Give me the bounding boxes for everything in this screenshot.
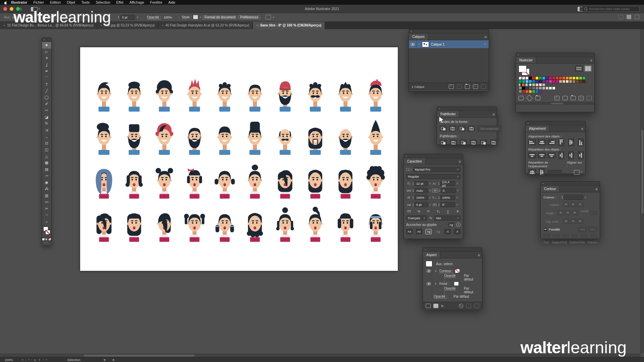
avatar-side-cover[interactable] [150, 206, 179, 243]
tool-artboard[interactable]: ▭ [42, 199, 51, 205]
close-icon[interactable]: × [518, 53, 519, 56]
swatch[interactable] [525, 76, 529, 80]
avatar-low-pigtails[interactable] [210, 206, 239, 243]
swatch[interactable] [576, 76, 579, 80]
swatch[interactable] [552, 86, 555, 90]
panel-menu-icon[interactable]: ≡ [476, 252, 482, 258]
fill-label[interactable]: Fond : [439, 282, 449, 286]
avatar-flattop-beard[interactable] [120, 119, 149, 157]
swatch[interactable] [519, 80, 522, 83]
opacity-value[interactable]: 100% [162, 15, 177, 20]
swatch[interactable] [535, 86, 539, 90]
tab-aspect[interactable]: Aspect [423, 252, 440, 258]
dash-value-field[interactable] [553, 234, 560, 239]
delete-swatch-icon[interactable] [587, 96, 592, 100]
char-superscript-button[interactable]: T¹ [426, 209, 431, 214]
document-tab-3[interactable]: ×40 Flat Design Hairstyles AI.ai @ 53,23… [158, 21, 253, 29]
snap-proximity-button[interactable]: Ag [435, 229, 441, 234]
expand-chevron-icon[interactable]: › [417, 43, 422, 46]
baseline-shift-field[interactable]: 0 pt [415, 202, 428, 207]
swatch[interactable] [525, 90, 529, 93]
pathfinder-merge-icon[interactable] [460, 140, 467, 145]
avatar-spiky[interactable] [331, 76, 360, 114]
swatch[interactable] [566, 76, 569, 80]
target-circle-icon[interactable]: ○ [484, 43, 486, 46]
pathfinder-outline-icon[interactable] [480, 140, 487, 145]
swatch[interactable] [525, 86, 529, 90]
swatch[interactable] [535, 90, 539, 93]
avatar-swept-beard[interactable] [180, 119, 209, 157]
stroke-weight-field[interactable]: 5 pt [120, 15, 135, 20]
rotation-stepper[interactable]: ▴▾ [438, 203, 439, 206]
tool-scale[interactable]: ⇲ [42, 127, 51, 134]
horizontal-scale-field[interactable]: 100% [440, 195, 455, 200]
dash-value-field[interactable] [571, 234, 578, 239]
align-horizontal-c-icon[interactable] [538, 139, 546, 145]
avatar-mohawk-red[interactable] [180, 76, 209, 114]
tool-blend[interactable]: ◉ [42, 179, 51, 186]
avatar-cone[interactable] [361, 119, 390, 157]
align-horizontal-l-icon[interactable] [528, 139, 536, 145]
new-sublayer-icon[interactable] [465, 84, 470, 89]
close-icon[interactable]: × [425, 248, 426, 251]
panel-menu-icon[interactable]: ≡ [594, 186, 600, 192]
expand-button[interactable]: Décomposer [477, 125, 501, 132]
swatch[interactable] [522, 76, 525, 80]
pathfinder-divide-icon[interactable] [440, 140, 447, 145]
swatch[interactable] [532, 80, 535, 83]
close-tab-icon[interactable]: × [162, 24, 163, 27]
avatar-long-fu[interactable] [301, 119, 330, 157]
tool-width[interactable]: ↔ [42, 133, 51, 140]
tool-eraser[interactable]: ◪ [42, 114, 51, 121]
swatch[interactable] [539, 80, 542, 83]
kerning-stepper[interactable]: ▴▾ [413, 189, 414, 192]
font-family-field[interactable]: Myriad Pro∨ [413, 167, 461, 172]
align-center-icon[interactable] [563, 219, 569, 224]
gradient-button[interactable] [45, 238, 48, 241]
tool-direct-selection[interactable]: ▷ [42, 49, 51, 55]
swatch-kinds-icon[interactable] [526, 95, 533, 102]
avatar-curl-ends[interactable] [240, 206, 269, 243]
menu-affichage[interactable]: Affichage [126, 0, 147, 4]
align-inside-icon[interactable] [570, 219, 576, 224]
home-icon[interactable]: ⌂ [19, 6, 22, 11]
stroke-swatch[interactable] [455, 269, 460, 273]
menu-slection[interactable]: Sélection [93, 0, 113, 4]
grid-icon[interactable] [619, 15, 623, 19]
close-icon[interactable]: × [411, 30, 412, 33]
swatch[interactable] [549, 86, 552, 90]
swatch[interactable] [529, 86, 532, 90]
align-glyph-icon[interactable] [266, 15, 271, 19]
preferences-button[interactable]: Préférences [237, 14, 262, 20]
font-style-field[interactable]: Regular∨ [406, 174, 461, 179]
baseline-stepper[interactable]: ▴▾ [413, 203, 414, 206]
tool-type[interactable]: T [42, 81, 51, 88]
tool-shape-builder[interactable]: ◫ [42, 146, 51, 153]
tool-slice[interactable]: ✂ [42, 205, 51, 212]
shape-mode-unite-icon[interactable] [440, 126, 447, 131]
swatch[interactable] [552, 76, 555, 80]
limit-field[interactable] [590, 211, 597, 215]
avatar-high-pigtails[interactable] [180, 206, 209, 243]
chevron-down-icon[interactable]: ∨ [272, 16, 274, 19]
menu-texte[interactable]: Texte [78, 0, 93, 4]
tab-pathfinder[interactable]: Pathfinder [437, 111, 460, 117]
align-vertical-c-icon[interactable] [568, 138, 574, 146]
status-expand-icon[interactable]: ▶ [104, 358, 106, 361]
fill-swatch[interactable] [454, 282, 459, 286]
swatch[interactable] [525, 83, 529, 86]
stroke-stepper[interactable]: ▴▾ [118, 15, 119, 19]
first-artboard-icon[interactable]: « [28, 358, 30, 361]
swatch[interactable] [519, 86, 522, 90]
align-to-artboard-icon[interactable] [574, 170, 580, 175]
swatch[interactable] [569, 76, 572, 80]
clear-appearance-icon[interactable] [459, 304, 463, 308]
align-vertical-l-icon[interactable] [558, 138, 564, 146]
tool-selection[interactable]: ➤ [42, 42, 51, 49]
swatch[interactable] [535, 80, 539, 83]
swatch[interactable] [535, 83, 539, 86]
info-icon[interactable]: i [456, 223, 461, 227]
chevron-down-icon[interactable]: ∨ [38, 7, 40, 10]
join-bevel-icon[interactable] [572, 210, 578, 216]
swatch[interactable] [522, 86, 525, 90]
